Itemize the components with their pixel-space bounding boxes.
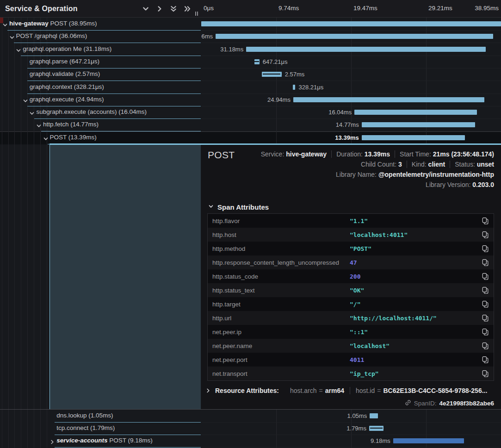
- span-timeline-row[interactable]: 647.21μs: [201, 56, 501, 68]
- bar-duration-label: 1.79ms: [346, 425, 366, 432]
- span-row-label: dns.lookup (1.05ms): [56, 412, 113, 419]
- span-tree-row-graphql-operation-me[interactable]: graphql.operation Me (31.18ms): [0, 43, 201, 56]
- copy-icon[interactable]: [482, 286, 489, 294]
- span-tree-row-post[interactable]: service-accounts POST (9.18ms): [0, 435, 201, 448]
- copy-icon[interactable]: [482, 231, 489, 238]
- span-duration-bar[interactable]: [201, 21, 501, 26]
- span-timeline-row[interactable]: 328.21μs: [201, 81, 501, 94]
- span-tree-row-subgraph-execute-accounts-[interactable]: subgraph.execute (accounts) (16.04ms): [0, 106, 201, 119]
- span-duration-bar[interactable]: [262, 72, 282, 77]
- span-row-label: tcp.connect (1.79ms): [56, 424, 115, 431]
- span-duration-bar[interactable]: [216, 34, 493, 39]
- span-timeline-row[interactable]: 16.04ms: [201, 106, 501, 119]
- column-resizer-grip[interactable]: [195, 12, 198, 16]
- selected-span-expansion-area[interactable]: [49, 144, 201, 410]
- copy-icon[interactable]: [482, 217, 489, 224]
- span-timeline-row[interactable]: 2.57ms: [201, 68, 501, 81]
- chevron-down-icon: [208, 203, 214, 211]
- span-tree-row-graphql-validate[interactable]: graphql.validate (2.57ms): [0, 68, 201, 81]
- copy-icon[interactable]: [482, 314, 489, 322]
- attribute-value: "http://localhost:4011/": [350, 315, 437, 322]
- bar-duration-label: 16.04ms: [328, 109, 352, 116]
- ruler-tick-label: 29.21ms: [428, 5, 452, 12]
- span-duration-bar[interactable]: [362, 135, 465, 140]
- resource-attributes-row[interactable]: Resource Attributes: host.arch=arm64host…: [205, 387, 487, 394]
- span-tree-row-dns-lookup[interactable]: dns.lookup (1.05ms): [0, 410, 201, 423]
- span-row-label: POST /graphql (36.06ms): [16, 32, 87, 39]
- copy-icon[interactable]: [482, 300, 489, 308]
- link-icon[interactable]: [405, 399, 411, 407]
- collapse-all-icon[interactable]: [170, 5, 177, 12]
- attribute-row-http.flavor: http.flavor"1.1": [208, 214, 494, 228]
- ruler-tick-label: 38.95ms: [475, 5, 499, 12]
- copy-icon[interactable]: [482, 370, 489, 377]
- bar-duration-label: 1.05ms: [347, 412, 367, 419]
- chevron-down-icon[interactable]: [2, 21, 8, 27]
- copy-icon[interactable]: [482, 273, 489, 280]
- span-timeline-row[interactable]: 31.18ms: [201, 43, 501, 56]
- span-duration-bar[interactable]: [362, 122, 475, 127]
- meta-item: Kind: client: [407, 161, 450, 168]
- span-duration-bar[interactable]: [246, 47, 486, 52]
- span-timeline-row[interactable]: 13.39ms: [201, 131, 501, 144]
- span-duration-bar[interactable]: [393, 438, 464, 443]
- meta-item: Duration: 13.39ms: [331, 150, 395, 158]
- span-tree-row-post-graphql[interactable]: POST /graphql (36.06ms): [0, 30, 201, 43]
- attribute-value: 200: [350, 273, 360, 280]
- chevron-down-icon[interactable]: [16, 47, 21, 52]
- span-duration-bar[interactable]: [369, 426, 383, 431]
- bar-duration-label: 647.21μs: [263, 58, 288, 65]
- span-timeline-row[interactable]: 24.94ms: [201, 93, 501, 106]
- chevron-down-icon[interactable]: [36, 122, 42, 128]
- copy-icon[interactable]: [482, 245, 489, 252]
- span-timeline-row[interactable]: 36.06ms: [201, 30, 501, 43]
- collapse-one-icon[interactable]: [142, 5, 149, 12]
- expand-one-icon[interactable]: [156, 5, 163, 12]
- span-duration-bar[interactable]: [293, 97, 484, 102]
- span-timeline-row[interactable]: 9.18ms: [201, 435, 501, 448]
- span-tree-row-tcp-connect[interactable]: tcp.connect (1.79ms): [0, 422, 201, 435]
- attribute-value: 4011: [350, 356, 364, 363]
- resource-attribute: =: [317, 387, 325, 394]
- chevron-right-icon[interactable]: [49, 438, 55, 444]
- meta-line: Service: hive-gatewayDuration: 13.39msSt…: [235, 150, 494, 161]
- expand-all-icon[interactable]: [184, 5, 191, 12]
- span-timeline-row[interactable]: 38.95ms: [201, 18, 501, 31]
- span-row-label: POST (13.39ms): [50, 134, 97, 141]
- bar-duration-label: 2.57ms: [285, 71, 305, 78]
- copy-icon[interactable]: [482, 342, 489, 349]
- span-tree-row-graphql-execute[interactable]: graphql.execute (24.94ms): [0, 93, 201, 106]
- chevron-down-icon[interactable]: [23, 97, 28, 103]
- span-timeline-row[interactable]: 1.05ms: [201, 410, 501, 423]
- trace-timeline-view: hive-gateway POST (38.95ms)38.95msPOST /…: [0, 0, 501, 448]
- span-duration-bar[interactable]: [354, 110, 477, 115]
- copy-icon[interactable]: [482, 328, 489, 336]
- span-timeline-row[interactable]: 1.79ms: [201, 422, 501, 435]
- span-detail-meta: Service: hive-gatewayDuration: 13.39msSt…: [235, 150, 494, 191]
- span-attributes-table: http.flavor"1.1" http.host"localhost:401…: [207, 213, 494, 381]
- span-tree-row-post[interactable]: POST (13.39ms): [0, 131, 201, 144]
- span-duration-bar[interactable]: [370, 413, 377, 418]
- attribute-value: "::1": [350, 329, 368, 336]
- span-duration-bar[interactable]: [254, 59, 260, 64]
- span-attributes-toggle[interactable]: Span Attributes: [208, 203, 269, 211]
- span-tree-row-graphql-context[interactable]: graphql.context (328.21μs): [0, 81, 201, 94]
- span-tree-row-post[interactable]: hive-gateway POST (38.95ms): [0, 18, 201, 31]
- chevron-down-icon[interactable]: [29, 110, 35, 115]
- meta-item: Child Count: 3: [356, 161, 407, 168]
- chevron-down-icon[interactable]: [43, 135, 49, 141]
- attribute-value: "OK": [350, 287, 364, 294]
- span-duration-bar[interactable]: [293, 85, 295, 90]
- span-timeline-row[interactable]: 14.77ms: [201, 118, 501, 131]
- attribute-value: "POST": [350, 245, 371, 252]
- span-tree-row-graphql-parse[interactable]: graphql.parse (647.21μs): [0, 56, 201, 68]
- copy-icon[interactable]: [482, 356, 489, 363]
- bar-duration-label: 36.06ms: [201, 33, 213, 40]
- chevron-down-icon[interactable]: [9, 34, 15, 39]
- service-name: service-accounts: [56, 437, 107, 444]
- copy-icon[interactable]: [482, 259, 489, 266]
- bar-duration-label: 31.18ms: [220, 46, 243, 53]
- attribute-row-http.host: http.host"localhost:4011": [208, 228, 494, 242]
- span-tree-row-http-fetch[interactable]: http.fetch (14.77ms): [0, 118, 201, 131]
- timeline-ruler[interactable]: 0μs9.74ms19.47ms29.21ms38.95ms: [201, 0, 501, 18]
